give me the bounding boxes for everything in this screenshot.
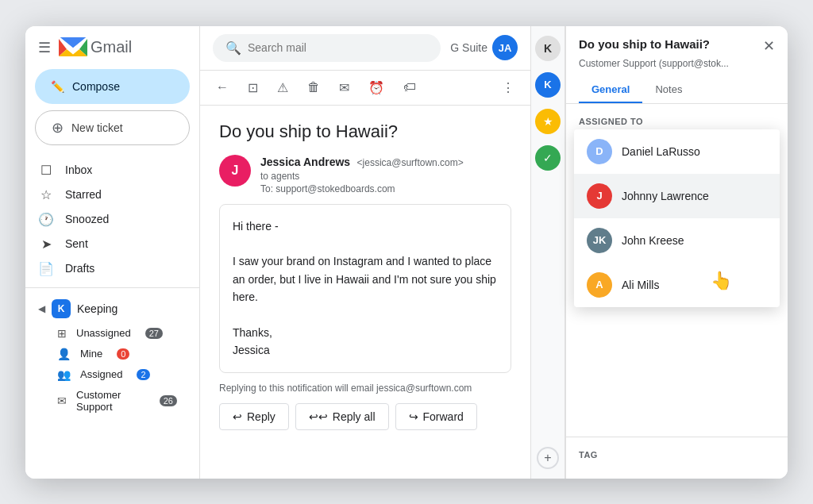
sidebar-item-unassigned[interactable]: ⊞ Unassigned 27 [25,323,190,344]
email-subject: Do you ship to Hawaii? [219,121,511,142]
ali-avatar: A [587,272,612,298]
sidebar-item-customer-support[interactable]: ✉ Customer Support 26 [25,385,190,417]
assigned-to-label: ASSIGNED TO [579,117,775,126]
new-ticket-label: New ticket [71,121,123,134]
compose-label: Compose [72,80,120,93]
dropdown-item-ali[interactable]: A Ali Mills [574,263,780,307]
forward-button[interactable]: ↪ Forward [395,403,477,430]
keeping-section-header[interactable]: ◀ K Keeping [25,294,199,323]
main-content: 🔍 G Suite JA ← ⊡ ⚠ 🗑 ✉ ⏰ 🏷 ⋮ Do you ship… [200,26,530,479]
sidebar-header: ☰ Gmail [25,37,199,69]
k-avatar-icon[interactable]: K [535,36,561,61]
to-address: To: support@stokedboards.com [260,183,511,194]
sender-info: Jessica Andrews <jessica@surftown.com> t… [260,155,511,194]
sidebar-item-label: Snoozed [65,213,109,225]
report-icon[interactable]: ⚠ [274,77,291,98]
keeping-app-icon[interactable]: K [535,72,561,98]
drafts-icon: 📄 [38,261,54,276]
sidebar-divider [25,287,199,288]
notification-text: Replying to this notification will email… [219,383,511,394]
sidebar-sub-item-label: Mine [80,348,102,360]
johnny-name: Johnny Lawrence [622,190,709,202]
dropdown-item-john-kreese[interactable]: JK John Kreese [574,218,780,263]
email-meta: J Jessica Andrews <jessica@surftown.com>… [219,155,511,194]
keeping-icon: K [52,299,71,318]
back-icon[interactable]: ← [213,77,232,98]
sidebar-item-drafts[interactable]: 📄 Drafts [25,256,190,281]
sidebar-sub-item-label: Unassigned [76,327,131,339]
sidebar-item-mine[interactable]: 👤 Mine 0 [25,344,190,364]
daniel-avatar: D [587,139,612,164]
new-ticket-plus-icon: ⊕ [52,119,64,137]
ali-name: Ali Mills [622,279,659,291]
johnny-avatar: J [587,183,612,209]
new-ticket-button[interactable]: ⊕ New ticket [35,110,190,145]
add-app-icon[interactable]: + [537,447,559,469]
email-toolbar: ← ⊡ ⚠ 🗑 ✉ ⏰ 🏷 ⋮ [200,71,530,106]
mark-read-icon[interactable]: ✉ [336,77,353,98]
email-body: Hi there - I saw your brand on Instagram… [219,204,511,373]
inbox-icon: ☐ [38,163,54,178]
starred-icon: ☆ [38,187,54,202]
sidebar-sub-item-label: Customer Support [76,389,145,413]
assigned-badge: 2 [137,369,149,380]
search-bar[interactable]: 🔍 [213,34,441,62]
email-action-buttons: ↩ Reply ↩↩ Reply all ↪ Forward [219,403,511,430]
tab-notes[interactable]: Notes [642,77,695,103]
dropdown-item-johnny[interactable]: J Johnny Lawrence 👆 [574,174,780,218]
gmail-m-logo [59,37,87,58]
reply-all-icon: ↩↩ [309,410,328,423]
sidebar-item-label: Drafts [65,262,94,275]
menu-icon[interactable]: ☰ [38,39,51,56]
sender-name-row: Jessica Andrews <jessica@surftown.com> [260,155,511,169]
compose-plus-icon: ✏️ [51,80,64,93]
panel-title-row: Do you ship to Hawaii? ✕ [579,37,775,55]
delete-icon[interactable]: 🗑 [304,77,323,98]
body-thanks: Thanks, [233,324,498,341]
sidebar-item-snoozed[interactable]: 🕐 Snoozed [25,207,190,232]
sidebar-item-starred[interactable]: ☆ Starred [25,183,190,207]
search-input[interactable] [248,41,428,54]
body-greeting: Hi there - [233,217,498,235]
gsuite-label: G Suite [450,41,487,54]
body-main-text: I saw your brand on Instagram and I want… [233,252,498,306]
side-panel: Do you ship to Hawaii? ✕ Customer Suppor… [565,26,788,479]
reply-icon: ↩ [233,410,242,423]
check-mark-icon[interactable]: ✓ [535,145,561,171]
label-icon[interactable]: 🏷 [400,77,419,98]
search-icon: 🔍 [225,40,241,56]
archive-icon[interactable]: ⊡ [245,77,261,98]
top-toolbar: 🔍 G Suite JA [200,26,530,71]
john-kreese-name: John Kreese [622,234,684,247]
sender-avatar: J [219,155,251,187]
sidebar-item-inbox[interactable]: ☐ Inbox [25,158,190,183]
snoozed-icon: 🕐 [38,212,54,227]
reply-button[interactable]: ↩ Reply [219,403,289,430]
star-rating-icon[interactable]: ★ [535,109,561,134]
sent-icon: ➤ [38,237,54,252]
compose-button[interactable]: ✏️ Compose [35,69,190,104]
daniel-name: Daniel LaRusso [622,145,700,158]
tab-general[interactable]: General [579,77,642,103]
side-panel-header: Do you ship to Hawaii? ✕ Customer Suppor… [566,26,788,104]
close-panel-icon[interactable]: ✕ [763,37,775,55]
reply-all-button[interactable]: ↩↩ Reply all [295,403,389,430]
gmail-label: Gmail [91,38,132,56]
sender-name: Jessica Andrews [260,156,350,168]
mine-badge: 0 [117,348,129,360]
sidebar-item-sent[interactable]: ➤ Sent [25,232,190,256]
forward-label: Forward [423,410,464,423]
to-agents-line: to agents [260,171,511,182]
avatar: JA [492,35,518,60]
snooze-icon[interactable]: ⏰ [365,77,387,98]
more-options-icon[interactable]: ⋮ [499,77,518,98]
sidebar-item-assigned[interactable]: 👥 Assigned 2 [25,364,190,385]
reply-all-label: Reply all [333,410,376,423]
body-signature: Jessica [233,341,498,359]
john-kreese-avatar: JK [587,228,612,253]
sidebar-item-label: Inbox [65,164,92,176]
dropdown-item-daniel[interactable]: D Daniel LaRusso [574,129,780,174]
email-content: Do you ship to Hawaii? J Jessica Andrews… [200,106,530,479]
sidebar-sub-item-label: Assigned [80,368,122,380]
gmail-logo: Gmail [59,37,132,58]
